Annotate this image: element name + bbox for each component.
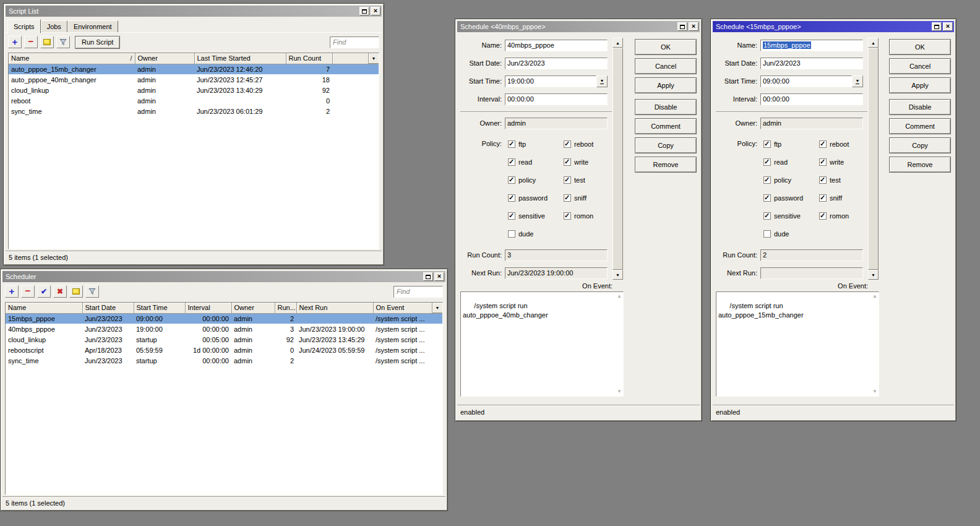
start-date-input[interactable]: Jun/23/2023 (505, 58, 608, 69)
sensitive-checkbox[interactable] (508, 212, 515, 220)
copy-button[interactable] (40, 36, 54, 48)
write-checkbox[interactable] (819, 158, 827, 166)
cancel-button[interactable]: Cancel (635, 58, 697, 74)
table-row[interactable]: cloud_linkupadminJun/23/2023 13:40:2992 (9, 85, 379, 95)
scroll-up-button[interactable]: ▲ (868, 38, 879, 48)
apply-button[interactable]: Apply (635, 77, 697, 93)
column-menu-button[interactable]: ▼ (432, 303, 442, 313)
column-header-name[interactable]: Name (6, 303, 82, 313)
name-input[interactable]: 40mbps_pppoe (505, 40, 608, 51)
cancel-button[interactable]: Cancel (889, 58, 951, 74)
start-date-input[interactable]: Jun/23/2023 (760, 58, 863, 69)
policy-sniff[interactable]: sniff (819, 192, 849, 204)
column-header-start-date[interactable]: Start Date (82, 303, 134, 313)
table-row[interactable]: sync_timeadminJun/23/2023 06:01:292 (9, 106, 379, 116)
remove-button[interactable]: − (21, 285, 35, 298)
disable-button[interactable]: Disable (889, 99, 951, 115)
close-button[interactable]: × (371, 7, 380, 15)
policy-ftp[interactable]: ftp (508, 138, 564, 150)
disable-button[interactable]: Disable (635, 99, 697, 115)
column-header-owner[interactable]: Owner (231, 303, 275, 313)
scroll-up-button[interactable]: ▲ (612, 38, 623, 48)
column-menu-button[interactable]: ▼ (368, 53, 379, 64)
form-scrollbar[interactable]: ▲ ▼ (612, 38, 623, 280)
maximize-button[interactable] (677, 22, 687, 31)
ok-button[interactable]: OK (635, 39, 697, 55)
password-checkbox[interactable] (763, 194, 771, 202)
reboot-checkbox[interactable] (564, 140, 571, 148)
policy-reboot[interactable]: reboot (819, 138, 849, 150)
maximize-button[interactable] (932, 22, 942, 31)
start-time-dropdown-button[interactable]: ▼ (852, 75, 863, 87)
password-checkbox[interactable] (508, 194, 515, 202)
policy-ftp[interactable]: ftp (763, 138, 819, 150)
close-button[interactable]: × (689, 22, 698, 31)
remove-button[interactable]: Remove (635, 157, 697, 173)
sensitive-checkbox[interactable] (763, 212, 771, 220)
on-event-scroll-down-icon[interactable]: ▼ (872, 389, 877, 394)
scroll-down-button[interactable]: ▼ (868, 270, 879, 280)
apply-button[interactable]: Apply (889, 77, 951, 93)
ftp-checkbox[interactable] (508, 140, 515, 148)
policy-romon[interactable]: romon (819, 210, 849, 222)
interval-input[interactable]: 00:00:00 (505, 93, 608, 105)
remove-button[interactable]: − (24, 36, 38, 48)
start-time-input[interactable]: 09:00:00 (760, 75, 852, 87)
schedule-40mbps-titlebar[interactable]: Schedule <40mbps_pppoe> × (457, 21, 700, 32)
policy-sensitive[interactable]: sensitive (763, 210, 819, 222)
name-input[interactable]: 15mbps_pppoe (760, 40, 863, 51)
column-header-interval[interactable]: Interval (185, 303, 231, 313)
policy-reboot[interactable]: reboot (564, 138, 593, 150)
on-event-scroll-up-icon[interactable]: ▲ (617, 294, 622, 299)
on-event-textarea[interactable]: /system script run auto_pppoe_40mb_chang… (460, 291, 624, 397)
read-checkbox[interactable] (763, 158, 771, 166)
copy-button[interactable]: Copy (635, 137, 697, 153)
form-scrollbar[interactable]: ▲ ▼ (868, 38, 879, 280)
start-time-dropdown-button[interactable]: ▼ (596, 75, 608, 87)
policy-password[interactable]: password (508, 192, 564, 204)
policy-policy[interactable]: policy (763, 174, 819, 186)
romon-checkbox[interactable] (564, 212, 571, 220)
scroll-down-button[interactable]: ▼ (612, 270, 623, 280)
policy-password[interactable]: password (763, 192, 819, 204)
column-header-last-time-started[interactable]: Last Time Started (194, 53, 286, 64)
scroll-thumb[interactable] (612, 48, 623, 270)
policy-policy[interactable]: policy (508, 174, 564, 186)
dude-checkbox[interactable] (763, 230, 771, 238)
table-row[interactable]: auto_pppoe_15mb_changeradminJun/23/2023 … (9, 64, 379, 74)
policy-test[interactable]: test (819, 174, 849, 186)
policy-read[interactable]: read (763, 156, 819, 168)
schedule-15mbps-titlebar[interactable]: Schedule <15mbps_pppoe> × (713, 21, 954, 32)
find-input[interactable] (330, 37, 379, 48)
script-list-titlebar[interactable]: Script List × (6, 6, 382, 17)
policy-sniff[interactable]: sniff (564, 192, 593, 204)
sniff-checkbox[interactable] (564, 194, 571, 202)
romon-checkbox[interactable] (819, 212, 827, 220)
policy-dude[interactable]: dude (763, 228, 819, 240)
start-time-input[interactable]: 19:00:00 (505, 75, 596, 87)
on-event-scroll-up-icon[interactable]: ▲ (872, 294, 877, 299)
policy-write[interactable]: write (564, 156, 593, 168)
add-button[interactable]: + (8, 36, 22, 48)
comment-button[interactable]: Comment (635, 118, 697, 134)
maximize-button[interactable] (423, 272, 433, 281)
reboot-checkbox[interactable] (819, 140, 827, 148)
policy-checkbox[interactable] (508, 176, 515, 184)
tab-scripts[interactable]: Scripts (7, 19, 41, 33)
tab-environment[interactable]: Environment (67, 20, 118, 33)
table-row[interactable]: rebootscriptApr/18/202305:59:591d 00:00:… (6, 345, 442, 355)
filter-button[interactable] (85, 285, 99, 298)
policy-dude[interactable]: dude (508, 228, 564, 240)
find-input[interactable] (393, 286, 443, 298)
test-checkbox[interactable] (819, 176, 827, 184)
copy-button[interactable]: Copy (889, 137, 951, 153)
write-checkbox[interactable] (564, 158, 571, 166)
column-header-name[interactable]: Name/ (9, 53, 135, 64)
ftp-checkbox[interactable] (763, 140, 771, 148)
table-row[interactable]: auto_pppoe_40mb_changeradminJun/23/2023 … (9, 74, 379, 85)
column-header-start-time[interactable]: Start Time (134, 303, 185, 313)
test-checkbox[interactable] (564, 176, 571, 184)
interval-input[interactable]: 00:00:00 (760, 93, 863, 105)
scroll-thumb[interactable] (868, 48, 879, 270)
column-header-next-run[interactable]: Next Run (296, 303, 373, 313)
